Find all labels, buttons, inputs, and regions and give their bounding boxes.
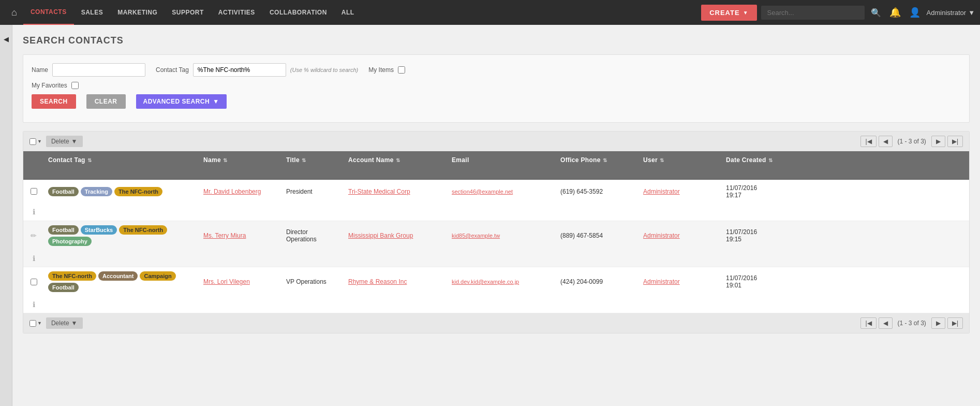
row1-info-cell[interactable]: ℹ (23, 204, 44, 220)
row1-tags-cell: Football Tracking The NFC-north (44, 183, 199, 200)
sidebar-toggle[interactable]: ◀ (0, 25, 12, 406)
first-page-button-bottom[interactable]: |◀ (860, 317, 876, 329)
nav-marketing[interactable]: MARKETING (110, 0, 165, 25)
select-all-dropdown-icon[interactable]: ▼ (37, 139, 42, 144)
row3-tag-accountant[interactable]: Accountant (98, 271, 138, 281)
select-all-checkbox-bottom[interactable] (29, 320, 36, 327)
contact-tag-input[interactable] (193, 63, 286, 77)
my-items-checkbox[interactable] (398, 66, 405, 74)
row1-user-link[interactable]: Administrator (643, 188, 680, 195)
my-favorites-checkbox[interactable] (71, 82, 79, 89)
create-button[interactable]: CREATE ▼ (701, 5, 756, 21)
col-header-contact-tag[interactable]: Contact Tag ⇅ (44, 151, 199, 169)
nav-support[interactable]: SUPPORT (165, 0, 211, 25)
row1-tag-football[interactable]: Football (48, 187, 79, 196)
row2-phone: (889) 467-5854 (560, 232, 603, 239)
row3-info-cell[interactable]: ℹ (23, 296, 44, 313)
clear-button[interactable]: CLEAR (86, 94, 126, 109)
nav-collaboration[interactable]: COLLABORATION (262, 0, 334, 25)
user-name: Administrator (927, 9, 967, 17)
last-page-button-bottom[interactable]: ▶| (947, 317, 963, 329)
row2-edit-icon[interactable]: ✏ (31, 231, 37, 240)
col-header-title[interactable]: Title ⇅ (282, 151, 344, 169)
row2-account-cell: Mississippi Bank Group (344, 228, 448, 243)
row3-tag-football[interactable]: Football (48, 283, 79, 292)
col-header-user[interactable]: User ⇅ (639, 151, 722, 169)
row2-tag-photography[interactable]: Photography (48, 237, 92, 246)
home-icon[interactable]: ⌂ (5, 7, 23, 18)
row3-tag-nfc[interactable]: The NFC-north (48, 271, 96, 281)
last-page-button-top[interactable]: ▶| (947, 136, 963, 147)
row3-date-cell: 11/07/2016 19:01 (722, 270, 748, 293)
row2-name-link[interactable]: Ms. Terry Miura (203, 232, 246, 239)
row1-phone-cell: (619) 645-3592 (556, 184, 639, 199)
row2-tags-cell: Football StarBucks The NFC-north Photogr… (44, 221, 199, 250)
nav-contacts[interactable]: CONTACTS (23, 0, 74, 25)
col-header-email: Email (448, 151, 556, 169)
row3-tag-campaign[interactable]: Campaign (140, 271, 175, 281)
row3-date: 11/07/2016 19:01 (726, 274, 757, 289)
row2-name-cell: Ms. Terry Miura (199, 228, 282, 243)
user-info[interactable]: Administrator ▼ (927, 9, 975, 17)
advanced-search-button[interactable]: ADVANCED SEARCH ▼ (136, 94, 227, 109)
row2-tag-football[interactable]: Football (48, 225, 79, 235)
row2-tag-starbucks[interactable]: StarBucks (81, 225, 117, 235)
col-header-account-label: Account Name (348, 156, 394, 164)
row1-account-link[interactable]: Tri-State Medical Corp (348, 188, 410, 195)
table-row: Football Tracking The NFC-north Mr. Davi… (23, 180, 969, 221)
delete-label-bottom: Delete (51, 320, 69, 327)
row3-email-cell: kid.dev.kid@example.co.jp (448, 274, 556, 289)
name-input[interactable] (52, 63, 145, 77)
global-search-icon[interactable]: 🔍 (869, 6, 883, 20)
row3-account-link[interactable]: Rhyme & Reason Inc (348, 278, 407, 285)
row2-user-link[interactable]: Administrator (643, 232, 680, 239)
row1-name-link[interactable]: Mr. David Lobenberg (203, 188, 261, 195)
row3-user-link[interactable]: Administrator (643, 278, 680, 285)
select-all-dropdown-icon-bottom[interactable]: ▼ (37, 321, 42, 326)
next-page-button-bottom[interactable]: ▶ (931, 317, 945, 329)
global-search-input[interactable] (761, 6, 865, 20)
nav-activities[interactable]: ACTIVITIES (211, 0, 262, 25)
delete-label-top: Delete (51, 138, 69, 145)
delete-button-top[interactable]: Delete ▼ (46, 136, 83, 147)
name-field-group: Name (32, 63, 145, 77)
row1-name-cell: Mr. David Lobenberg (199, 184, 282, 199)
row2-email-link[interactable]: kid85@example.tw (452, 233, 500, 239)
next-page-button-top[interactable]: ▶ (931, 136, 945, 147)
nav-sales[interactable]: SALES (74, 0, 111, 25)
row1-email-link[interactable]: section46@example.net (452, 189, 513, 195)
row3-checkbox[interactable] (31, 279, 37, 285)
row2-tag-nfc[interactable]: The NFC-north (119, 225, 167, 235)
row1-tag-nfc[interactable]: The NFC-north (114, 187, 162, 196)
name-label: Name (32, 66, 48, 74)
row2-account-link[interactable]: Mississippi Bank Group (348, 232, 413, 239)
user-avatar-icon[interactable]: 👤 (907, 5, 923, 20)
row1-email-cell: section46@example.net (448, 184, 556, 199)
toolbar-right-top: |◀ ◀ (1 - 3 of 3) ▶ ▶| (860, 136, 963, 147)
notifications-bell-icon[interactable]: 🔔 (887, 5, 903, 20)
row3-title: VP Operations (286, 278, 326, 285)
select-all-checkbox[interactable] (29, 138, 36, 145)
row3-name-link[interactable]: Mrs. Lori Vilegen (203, 278, 250, 285)
first-page-button-top[interactable]: |◀ (860, 136, 876, 147)
col-header-phone[interactable]: Office Phone ⇅ (556, 151, 639, 169)
col-header-account[interactable]: Account Name ⇅ (344, 151, 448, 169)
my-favorites-label: My Favorites (32, 82, 67, 89)
row2-date-cell: 11/07/2016 19:15 (722, 224, 748, 247)
col-header-date[interactable]: Date Created ⇅ (722, 151, 748, 169)
row2-title-cell: Director Operations (282, 224, 344, 247)
sort-icon-title: ⇅ (302, 157, 306, 163)
search-button[interactable]: SEARCH (32, 94, 76, 109)
row2-info-cell[interactable]: ℹ (23, 250, 44, 267)
col-header-name[interactable]: Name ⇅ (199, 151, 282, 169)
nav-all[interactable]: ALL (334, 0, 362, 25)
delete-button-bottom[interactable]: Delete ▼ (46, 317, 83, 329)
row1-tag-tracking[interactable]: Tracking (81, 187, 112, 196)
row1-phone: (619) 645-3592 (560, 188, 603, 195)
prev-page-button-bottom[interactable]: ◀ (879, 317, 893, 329)
contact-tag-field-group: Contact Tag (Use % wildcard to search) (156, 63, 358, 77)
row3-email-link[interactable]: kid.dev.kid@example.co.jp (452, 279, 519, 285)
row1-checkbox[interactable] (31, 188, 37, 195)
row3-phone-cell: (424) 204-0099 (556, 274, 639, 289)
prev-page-button-top[interactable]: ◀ (879, 136, 893, 147)
